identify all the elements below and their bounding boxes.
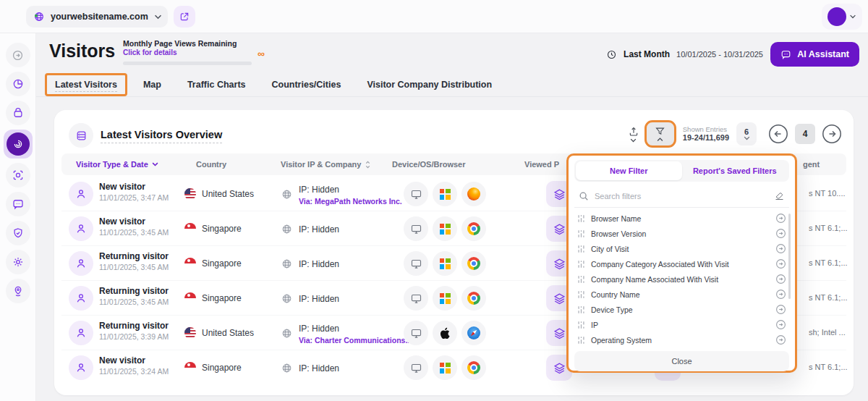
- browser-chip: [461, 182, 486, 206]
- globe-icon: [281, 188, 293, 200]
- person-icon: [75, 222, 88, 235]
- prev-page-button[interactable]: [768, 124, 788, 144]
- os-chip: [433, 182, 457, 206]
- account-menu[interactable]: [822, 4, 862, 30]
- column-visitor-ip-company[interactable]: Visitor IP & Company: [281, 153, 371, 175]
- report-tab[interactable]: Map: [133, 73, 171, 96]
- filter-item[interactable]: Country Name: [576, 287, 788, 302]
- ip-cell: IP: Hidden: [281, 246, 339, 281]
- browser-icon: [467, 222, 480, 235]
- sidebar-item-messages[interactable]: [6, 192, 30, 216]
- device-os-browser-cell: [404, 182, 486, 206]
- export-button[interactable]: [628, 126, 639, 143]
- filter-panel-tabs: New Filter Report's Saved Filters: [574, 160, 789, 182]
- arrow-right-circle-icon[interactable]: [775, 289, 786, 300]
- layers-icon: [553, 222, 566, 236]
- clock-icon: [606, 49, 617, 60]
- company-via-link[interactable]: Via: MegaPath Networks Inc.: [299, 197, 402, 206]
- os-chip: [433, 286, 457, 311]
- chevron-down-icon: [630, 138, 637, 143]
- country-name: United States: [202, 189, 254, 199]
- windows-icon: [440, 224, 451, 235]
- arrow-right-circle-icon[interactable]: [775, 319, 786, 330]
- filter-item[interactable]: Company Category Associated With Visit: [576, 256, 788, 271]
- arrow-right-circle-icon: [11, 48, 25, 62]
- filter-item[interactable]: Company Name Associated With Visit: [576, 271, 788, 287]
- filter-item[interactable]: City of Visit: [576, 241, 788, 256]
- filter-item[interactable]: Browser Version: [576, 226, 788, 241]
- os-chip: [433, 216, 457, 241]
- tab-new-filter[interactable]: New Filter: [576, 161, 682, 180]
- quota-details-link[interactable]: Click for details: [123, 48, 252, 56]
- column-label: Country: [196, 160, 226, 169]
- report-tab[interactable]: Latest Visitors: [45, 73, 127, 96]
- site-selector[interactable]: yourwebsitename.com: [26, 6, 168, 28]
- page-size-select[interactable]: 6: [736, 122, 757, 145]
- device-chip: [404, 355, 428, 380]
- user-agent-text: s NT 10....: [809, 189, 846, 198]
- arrow-right-circle-icon[interactable]: [775, 304, 786, 315]
- filter-item[interactable]: Browser Name: [576, 211, 788, 226]
- column-visitor-type-date[interactable]: Visitor Type & Date: [76, 153, 158, 175]
- sidebar: [0, 33, 36, 401]
- eraser-icon[interactable]: [774, 190, 785, 201]
- report-tab[interactable]: Visitor Company Distribution: [357, 73, 502, 96]
- filter-item[interactable]: Device Type: [576, 302, 788, 317]
- device-chip: [404, 251, 428, 276]
- open-site-button[interactable]: [174, 6, 195, 28]
- arrow-right-circle-icon[interactable]: [775, 213, 786, 224]
- country-flag-icon: [184, 327, 196, 339]
- os-chip: [433, 251, 457, 276]
- device-chip: [404, 321, 428, 345]
- sidebar-item-security[interactable]: [6, 221, 30, 245]
- pagination: 4: [768, 124, 842, 144]
- sidebar-item-visitors-active[interactable]: [4, 130, 33, 159]
- browser-chip: [461, 286, 486, 311]
- table-icon-chip: [69, 123, 93, 148]
- country-cell: United States: [184, 316, 254, 350]
- arrow-right-circle-icon[interactable]: [775, 228, 786, 239]
- infinity-icon: ∞: [258, 48, 265, 59]
- filter-item[interactable]: Operating System: [576, 332, 788, 347]
- ai-assistant-button[interactable]: AI Assistant: [770, 42, 859, 67]
- visit-datetime: 11/01/2025, 3:45 AM: [99, 297, 169, 306]
- drag-handle-icon: [577, 336, 585, 345]
- arrow-right-circle-icon[interactable]: [775, 258, 786, 269]
- sidebar-item-dashboard[interactable]: [6, 72, 30, 96]
- drag-handle-icon: [577, 305, 585, 314]
- next-page-button[interactable]: [822, 124, 842, 144]
- sidebar-item-audience[interactable]: [6, 163, 30, 187]
- map-pin-icon: [12, 284, 25, 297]
- current-page[interactable]: 4: [795, 124, 815, 144]
- country-name: United States: [202, 328, 254, 338]
- monitor-icon: [410, 292, 422, 305]
- scrollbar[interactable]: [788, 214, 791, 299]
- arrow-right-circle-icon[interactable]: [775, 334, 786, 345]
- close-button[interactable]: Close: [574, 351, 789, 371]
- country-cell: United States: [184, 177, 254, 211]
- browser-icon: [467, 292, 480, 305]
- date-range-picker[interactable]: Last Month 10/01/2025 - 10/31/2025: [597, 42, 785, 67]
- filter-item[interactable]: IP: [576, 317, 788, 332]
- card-title: Latest Visitors Overview: [101, 129, 222, 143]
- arrow-right-circle-icon[interactable]: [775, 274, 786, 284]
- sidebar-item-locations[interactable]: [6, 279, 30, 303]
- windows-icon: [440, 189, 451, 200]
- filter-item-label: Device Type: [591, 305, 770, 314]
- person-icon: [75, 292, 88, 305]
- sidebar-item-commerce[interactable]: [6, 101, 30, 125]
- monitor-icon: [410, 188, 422, 200]
- report-tab[interactable]: Countries/Cities: [262, 73, 352, 96]
- sidebar-item-settings[interactable]: [6, 250, 30, 274]
- tab-saved-filters[interactable]: Report's Saved Filters: [682, 161, 788, 180]
- filter-button[interactable]: [647, 122, 674, 145]
- chevron-down-icon: [154, 14, 162, 20]
- report-tab[interactable]: Traffic Charts: [177, 73, 256, 96]
- company-via-link[interactable]: Via: Charter Communications...: [299, 336, 412, 345]
- visitor-type-cell: New visitor 11/01/2025, 3:45 AM: [99, 216, 169, 237]
- shown-entries-value: 19-24/11,699: [683, 133, 729, 143]
- search-filters-input[interactable]: [595, 192, 768, 200]
- arrow-right-circle-icon[interactable]: [775, 243, 786, 254]
- device-chip: [404, 286, 428, 311]
- sidebar-collapse-button[interactable]: [6, 43, 30, 67]
